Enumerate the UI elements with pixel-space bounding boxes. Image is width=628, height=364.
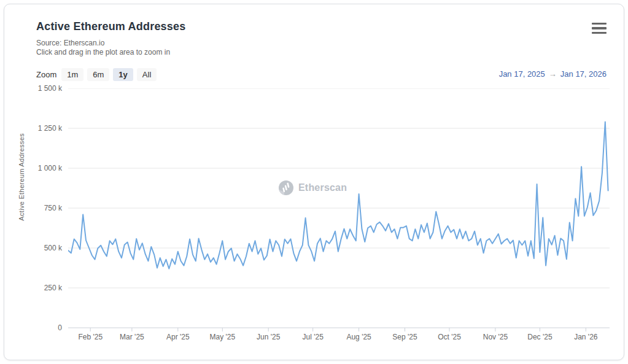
- subtitle-hint: Click and drag in the plot area to zoom …: [36, 48, 170, 57]
- hamburger-bar: [592, 32, 607, 34]
- x-axis-label: Oct '25: [438, 333, 461, 341]
- x-axis-label: Jan '26: [574, 333, 597, 341]
- chart-subtitle: Source: Etherscan.io Click and drag in t…: [36, 39, 170, 57]
- x-axis-label: Sep '25: [392, 333, 417, 341]
- x-axis-label: Jul '25: [303, 333, 324, 341]
- y-axis-label: 500 k: [23, 244, 62, 252]
- y-axis-label: 750 k: [23, 204, 62, 212]
- zoom-toolbar: Zoom 1m6m1yAll: [36, 67, 157, 82]
- y-axis-label: 1 000 k: [23, 164, 62, 172]
- y-axis-label: 250 k: [23, 284, 62, 292]
- hamburger-bar: [592, 23, 607, 25]
- x-axis-label: Feb '25: [78, 333, 103, 341]
- range-start[interactable]: Jan 17, 2025: [499, 69, 545, 79]
- subtitle-source: Source: Etherscan.io: [36, 39, 170, 48]
- x-axis-label: Mar '25: [120, 333, 144, 341]
- date-range: Jan 17, 2025→Jan 17, 2026: [499, 69, 607, 79]
- zoom-buttons: 1m6m1yAll: [61, 68, 157, 81]
- zoom-label: Zoom: [36, 70, 56, 79]
- chart-card: Active Ethereum Addresses Source: Ethers…: [4, 4, 624, 360]
- x-axis-label: Jun '25: [257, 333, 280, 341]
- zoom-button-6m[interactable]: 6m: [87, 68, 109, 81]
- x-axis-label: Dec '25: [527, 333, 552, 341]
- x-axis-labels: Feb '25Mar '25Apr '25May '25Jun '25Jul '…: [4, 333, 625, 344]
- hamburger-menu-icon[interactable]: [592, 23, 607, 34]
- range-arrow-icon: →: [545, 69, 560, 79]
- x-axis-label: May '25: [209, 333, 235, 341]
- zoom-button-1m[interactable]: 1m: [61, 68, 83, 81]
- x-axis-label: Apr '25: [166, 333, 190, 341]
- y-axis-label: 1 500 k: [23, 84, 62, 93]
- y-axis-label: 0: [23, 323, 62, 332]
- zoom-button-1y[interactable]: 1y: [113, 68, 133, 81]
- x-axis-label: Nov '25: [483, 333, 508, 341]
- zoom-button-all[interactable]: All: [137, 68, 157, 81]
- line-chart-plot-area[interactable]: [68, 88, 614, 333]
- y-axis-label: 1 250 k: [23, 124, 62, 133]
- x-axis-label: Aug '25: [346, 333, 371, 341]
- hamburger-bar: [592, 27, 607, 29]
- chart-title: Active Ethereum Addresses: [36, 20, 185, 33]
- range-end[interactable]: Jan 17, 2026: [560, 69, 607, 79]
